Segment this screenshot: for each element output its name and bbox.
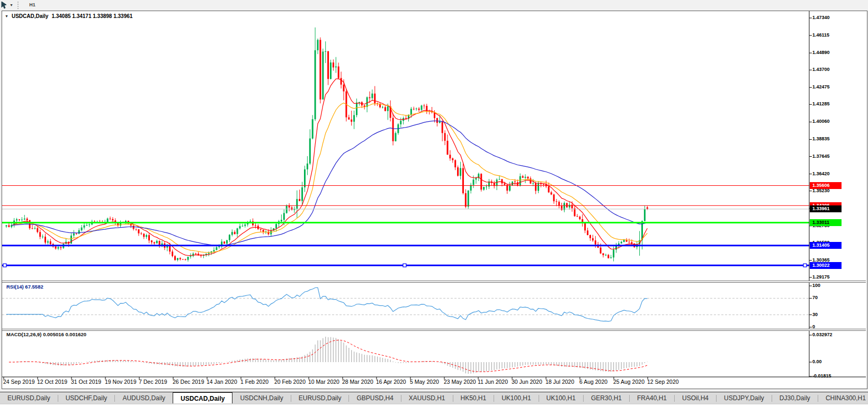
- price-axis-label: 1.43700: [812, 67, 830, 72]
- tab-ger30-h1[interactable]: GER30,H1: [584, 392, 629, 404]
- price-axis-label: 1.40060: [812, 119, 830, 124]
- tab-hk50-h1[interactable]: HK50,H1: [453, 392, 494, 404]
- price-axis-label: 1.41285: [812, 101, 830, 106]
- date-axis-label: 18 Jul 2020: [545, 379, 574, 385]
- date-axis-label: 12 Sep 2020: [647, 379, 679, 385]
- tab-usdjpy-daily[interactable]: USDJPY,Daily: [717, 392, 772, 404]
- rsi-axis-label: 100: [812, 283, 820, 288]
- hline-price-label: 1.31405: [810, 242, 842, 249]
- tab-gbpusd-h4[interactable]: GBPUSD,H4: [349, 392, 400, 404]
- tab-xauusd-h1[interactable]: XAUUSD,H1: [401, 392, 453, 404]
- rsi-axis-label: 70: [812, 295, 818, 300]
- tab-eurusd-daily[interactable]: EURUSD,Daily: [291, 392, 349, 404]
- tab-usdcad-daily[interactable]: USDCAD,Daily: [173, 392, 232, 404]
- price-axis-label: 1.37645: [812, 154, 830, 159]
- chart-window: ▼ USDCAD,Daily 1.34085 1.34171 1.33898 1…: [2, 11, 867, 389]
- price-axis-label: 1.46115: [812, 32, 829, 38]
- pane-separator-rsi[interactable]: [2, 281, 866, 283]
- rsi-axis-label: 0: [812, 324, 815, 329]
- tab-dj30-daily[interactable]: DJ30,Daily: [772, 392, 818, 404]
- tab-audusd-daily[interactable]: AUDUSD,Daily: [115, 392, 173, 404]
- tab-usoil-h4[interactable]: USOil,H4: [675, 392, 716, 404]
- timeframe-button-h1[interactable]: H1: [25, 1, 40, 10]
- dropdown-arrow-icon[interactable]: ▼: [10, 3, 13, 7]
- chart-tabs: EURUSD,DailyUSDCHF,DailyAUDUSD,DailyUSDC…: [0, 392, 868, 404]
- date-axis-label: 28 Mar 2020: [342, 379, 373, 385]
- chart-symbol-period: USDCAD,Daily: [12, 13, 48, 19]
- date-axis-label: 11 Jun 2020: [478, 379, 508, 385]
- rsi-axis-label: 30: [812, 312, 818, 317]
- date-axis-label: 25 Aug 2020: [613, 379, 645, 385]
- date-axis-label: 30 Jun 2020: [512, 379, 542, 385]
- toolbar: ▼ M1M5M15M30H1H4D1W1MN: [0, 0, 868, 10]
- price-axis-label: 1.42475: [812, 84, 830, 89]
- macd-axis-label: -0.01815: [812, 373, 831, 379]
- date-axis-label: 24 Sep 2019: [3, 379, 35, 385]
- date-axis-label: 19 Nov 2019: [105, 379, 137, 385]
- chart-ohlc-values: 1.34085 1.34171 1.33898 1.33961: [51, 13, 132, 19]
- date-axis-label: 7 Dec 2019: [139, 379, 167, 385]
- date-axis-label: 26 Dec 2019: [173, 379, 204, 385]
- date-axis-label: 31 Oct 2019: [71, 379, 101, 385]
- date-axis-label: 10 Mar 2020: [308, 379, 339, 385]
- macd-axis-label: 0.00: [812, 359, 822, 364]
- pane-separator-macd[interactable]: [2, 329, 866, 331]
- price-axis-label: 1.29175: [812, 274, 830, 280]
- tab-fra40-h1[interactable]: FRA40,H1: [630, 392, 674, 404]
- collapse-arrow-icon[interactable]: ▼: [5, 14, 8, 18]
- macd-indicator-label: MACD(12,26,9) 0.005016 0.001620: [6, 331, 86, 337]
- date-axis-label: 23 May 2020: [444, 379, 476, 385]
- tab-usdchf-daily[interactable]: USDCHF,Daily: [58, 392, 115, 404]
- tab-uk100-h1[interactable]: UK100,H1: [539, 392, 583, 404]
- chart-tabs-bar: EURUSD,DailyUSDCHF,DailyAUDUSD,DailyUSDC…: [0, 392, 868, 404]
- date-axis-label: 6 Aug 2020: [579, 379, 607, 385]
- cursor-icon[interactable]: [1, 1, 9, 9]
- date-axis-label: 1 Feb 2020: [240, 379, 269, 385]
- hline-price-label: 1.30022: [810, 262, 842, 269]
- chart-title: ▼ USDCAD,Daily 1.34085 1.34171 1.33898 1…: [5, 13, 132, 19]
- hline-price-label: 1.33011: [810, 219, 842, 226]
- rsi-indicator-label: RSI(14) 67.5582: [6, 284, 43, 290]
- toolbar-grip-handle[interactable]: [17, 2, 21, 9]
- price-axis-label: 1.38835: [812, 136, 830, 141]
- tab-uk100-h1[interactable]: UK100,H1: [494, 392, 538, 404]
- date-axis-label: 20 Feb 2020: [274, 379, 306, 385]
- tab-china300-h1[interactable]: CHINA300,H1: [818, 392, 868, 404]
- price-axis-label: 1.36420: [812, 171, 830, 176]
- date-axis-label: 16 Apr 2020: [376, 379, 406, 385]
- hline-price-label: 1.35606: [810, 182, 842, 189]
- chart-canvas[interactable]: [2, 11, 866, 388]
- price-axis-label: 1.44890: [812, 50, 830, 55]
- tab-usdcnh-daily[interactable]: USDCNH,Daily: [232, 392, 290, 404]
- tab-eurusd-daily[interactable]: EURUSD,Daily: [0, 392, 58, 404]
- macd-axis-label: 0.032972: [812, 332, 833, 337]
- price-axis-label: 1.47340: [812, 15, 830, 20]
- date-axis-label: 5 May 2020: [410, 379, 439, 385]
- date-axis-label: 14 Jan 2020: [207, 379, 237, 385]
- current-price-label: 1.33961: [810, 205, 842, 212]
- date-axis-label: 12 Oct 2019: [37, 379, 67, 385]
